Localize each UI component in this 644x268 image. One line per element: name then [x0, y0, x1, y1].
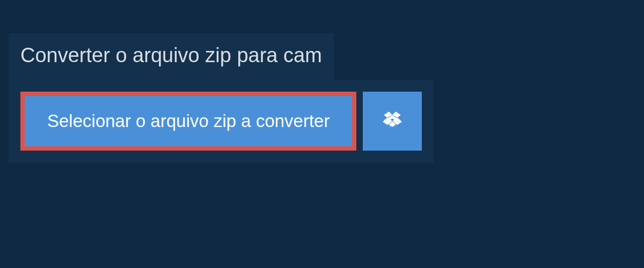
- select-file-label: Selecionar o arquivo zip a converter: [47, 111, 330, 131]
- dropbox-icon: [383, 110, 402, 132]
- dropbox-button[interactable]: [363, 92, 422, 151]
- page-title: Converter o arquivo zip para cam: [9, 33, 334, 80]
- select-file-button[interactable]: Selecionar o arquivo zip a converter: [20, 92, 356, 151]
- file-selection-panel: Selecionar o arquivo zip a converter: [9, 80, 434, 162]
